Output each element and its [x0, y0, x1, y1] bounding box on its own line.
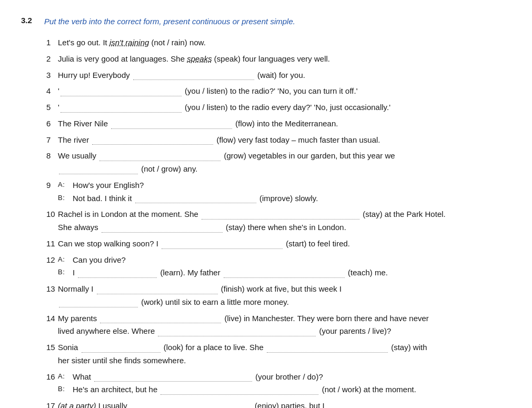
answer-blank[interactable]	[94, 381, 252, 382]
text-content: (not / rain) now.	[149, 38, 206, 47]
text-content: Hurry up! Everybody	[58, 71, 132, 79]
question-text: The river (flow) very fast today – much …	[58, 134, 511, 147]
answer-blank[interactable]	[202, 219, 359, 220]
text-content: (speak) four languages very well.	[212, 54, 330, 63]
questions-list: 1Let's go out. It isn't raining (not / r…	[21, 36, 511, 408]
answer-blank[interactable]	[61, 112, 182, 113]
answer-blank[interactable]	[61, 96, 182, 96]
exercise-number: 3.2	[21, 16, 38, 25]
speaker-label: B:	[58, 192, 71, 203]
text-content: (enjoy) parties, but I	[253, 401, 327, 408]
answer-blank[interactable]	[59, 307, 138, 307]
text-content: (stay) at the Park Hotel.	[360, 210, 446, 218]
question-text: Let's go out. It isn't raining (not / ra…	[58, 36, 511, 49]
question-number: 2	[46, 53, 58, 66]
text-content: (finish) work at five, but this week I	[219, 284, 342, 293]
dialogue-text: I (learn). My father (teach) me.	[73, 266, 511, 280]
answer-blank[interactable]	[133, 79, 254, 80]
text-content: (not / grow) any.	[139, 164, 197, 173]
exercise-header: 3.2 Put the verb into the correct form, …	[21, 16, 511, 27]
question-number: 15	[46, 341, 58, 354]
exercise-container: 3.2 Put the verb into the correct form, …	[21, 16, 511, 408]
text-content: (your parents / live)?	[317, 326, 391, 335]
question-number: 7	[46, 134, 58, 147]
question-item: 6The River Nile (flow) into the Mediterr…	[46, 117, 511, 131]
text-content: (look) for a place to live. She	[162, 343, 266, 352]
question-item: 11Can we stop walking soon? I (start) to…	[46, 237, 511, 251]
answer-blank[interactable]	[111, 128, 232, 129]
text-content: lived anywhere else. Where	[58, 326, 157, 335]
question-text: ' (you / listen) to the radio every day?…	[58, 101, 511, 114]
question-text: Can we stop walking soon? I (start) to f…	[58, 237, 511, 251]
question-text: The River Nile (flow) into the Mediterra…	[58, 117, 511, 131]
text-content: We usually	[58, 151, 98, 160]
text-content: What	[73, 372, 93, 381]
text-content: Let's go out. It	[58, 38, 109, 47]
answer-blank[interactable]	[97, 294, 218, 294]
text-content: Sonia	[58, 343, 81, 352]
question-number: 4	[46, 85, 58, 98]
question-number: 17	[46, 400, 58, 408]
answer-blank[interactable]	[267, 352, 388, 353]
speaker-label: A:	[58, 371, 71, 382]
filled-answer[interactable]: speaks	[187, 54, 212, 63]
text-content: (learn). My father	[158, 268, 223, 277]
answer-blank[interactable]	[135, 203, 256, 203]
text-content: her sister until she finds somewhere.	[58, 356, 186, 365]
dialogue-text: He's an architect, but he (not / work) a…	[73, 383, 511, 396]
question-text: Hurry up! Everybody (wait) for you.	[58, 69, 511, 82]
text-content: (teach) me.	[346, 268, 388, 277]
question-text: ' (you / listen) to the radio?' 'No, you…	[58, 85, 511, 98]
question-text-line2: (not / grow) any.	[58, 163, 197, 176]
dialogue-text: Can you drive?	[73, 254, 511, 267]
italic-note: (at a party)	[58, 401, 96, 408]
text-content: I	[73, 268, 77, 277]
question-item: 4' (you / listen) to the radio?' 'No, yo…	[46, 85, 511, 98]
text-content: (stay) with	[389, 343, 427, 352]
answer-blank[interactable]	[59, 174, 138, 174]
speaker-label: A:	[58, 254, 71, 265]
question-number: 12	[46, 254, 58, 267]
answer-blank[interactable]	[100, 323, 221, 323]
answer-blank[interactable]	[102, 232, 223, 233]
answer-blank[interactable]	[78, 277, 157, 278]
answer-blank[interactable]	[99, 161, 220, 161]
text-content: '	[58, 86, 59, 95]
text-content: How's your English?	[73, 181, 144, 190]
question-number: 9	[46, 179, 58, 192]
answer-blank[interactable]	[162, 248, 283, 249]
text-content: (grow) vegetables in our garden, but thi…	[222, 151, 395, 160]
question-text-line1: Sonia (look) for a place to live. She (s…	[58, 341, 511, 354]
question-item: 3Hurry up! Everybody (wait) for you.	[46, 69, 511, 82]
answer-blank[interactable]	[92, 144, 213, 145]
text-content: Can you drive?	[73, 255, 126, 264]
question-text: Julia is very good at languages. She spe…	[58, 53, 511, 66]
speaker-label: B:	[58, 266, 71, 277]
text-content: (live) in Manchester. They were born the…	[222, 314, 428, 323]
filled-answer[interactable]: isn't raining	[109, 38, 149, 47]
text-content: Rachel is in London at the moment. She	[58, 210, 200, 218]
speaker-label: A:	[58, 179, 71, 190]
dialogue-text: Not bad. I think it (improve) slowly.	[73, 192, 511, 205]
question-text-line1: We usually (grow) vegetables in our gard…	[58, 150, 511, 163]
text-content: He's an architect, but he	[73, 385, 159, 394]
answer-blank[interactable]	[82, 352, 160, 353]
text-content: Normally I	[58, 284, 96, 293]
question-number: 8	[46, 150, 58, 163]
text-content: Can we stop walking soon? I	[58, 239, 160, 248]
text-content: She always	[58, 223, 101, 232]
question-number: 6	[46, 117, 58, 131]
question-item: 1Let's go out. It isn't raining (not / r…	[46, 36, 511, 49]
text-content: Julia is very good at languages. She	[58, 54, 187, 63]
question-number: 13	[46, 283, 58, 296]
question-number: 16	[46, 371, 58, 384]
answer-blank[interactable]	[158, 336, 316, 336]
question-number: 14	[46, 312, 58, 325]
text-content: I usually	[96, 401, 129, 408]
answer-blank[interactable]	[224, 277, 345, 278]
exercise-instruction: Put the verb into the correct form, pres…	[44, 16, 295, 27]
question-text-line2: her sister until she finds somewhere.	[58, 354, 186, 367]
text-content: My parents	[58, 314, 99, 323]
answer-blank[interactable]	[160, 394, 318, 395]
text-content: (not / work) at the moment.	[319, 385, 416, 394]
